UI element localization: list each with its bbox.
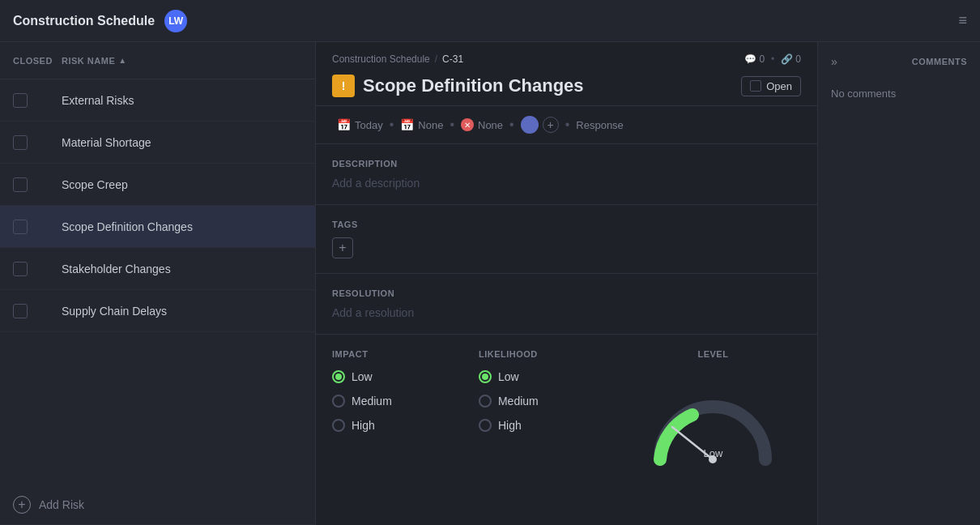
detail-title-row: ! Scope Definition Changes Open <box>332 75 801 97</box>
radio-outer <box>332 395 345 408</box>
radio-inner <box>482 373 488 380</box>
link-count: 0 <box>795 53 801 65</box>
response-meta-item[interactable]: Response <box>571 117 628 133</box>
risk-name-cell: External Risks <box>62 94 302 107</box>
right-panel: Construction Schedule / C-31 💬 0 • 🔗 0 <box>316 42 980 525</box>
likelihood-radio-item[interactable]: Medium <box>479 395 625 408</box>
risk-row[interactable]: Supply Chain Delays <box>0 290 315 332</box>
tags-row: + <box>332 237 801 258</box>
radio-outer <box>332 419 345 432</box>
radio-label: Low <box>498 370 519 383</box>
x-icon: ✕ <box>461 118 474 131</box>
risk-icon-badge: ! <box>332 75 355 97</box>
radio-label: Medium <box>352 395 392 408</box>
checkbox-cell <box>13 177 62 192</box>
risk-checkbox[interactable] <box>13 177 28 192</box>
assignee-avatar <box>521 116 539 134</box>
level-label: LEVEL <box>697 349 728 359</box>
date-label: Today <box>355 119 383 131</box>
comments-header: » COMMENTS <box>831 55 967 68</box>
radio-outer <box>479 370 492 383</box>
risk-checkbox[interactable] <box>13 93 28 108</box>
table-header: CLOSED RISK NAME ▲ <box>0 42 315 79</box>
radio-label: High <box>352 419 375 432</box>
resolution-label: RESOLUTION <box>332 288 801 298</box>
radio-label: Medium <box>498 395 539 408</box>
risk-checkbox[interactable] <box>13 220 28 234</box>
checkbox-cell <box>13 220 62 234</box>
left-panel: CLOSED RISK NAME ▲ External Risks Materi… <box>0 42 316 525</box>
detail-panel: Construction Schedule / C-31 💬 0 • 🔗 0 <box>316 42 818 525</box>
risk-row[interactable]: Scope Definition Changes <box>0 206 315 248</box>
assessment-grid: IMPACT Low Medium High LIKELIHOOD L <box>332 349 801 459</box>
add-risk-button[interactable]: + Add Risk <box>0 484 315 525</box>
date-range-meta-item[interactable]: 📅 None <box>395 117 448 133</box>
radio-outer <box>479 395 492 408</box>
status-badge[interactable]: Open <box>741 76 801 96</box>
risk-row[interactable]: Stakeholder Changes <box>0 248 315 290</box>
risk-name-cell: Scope Definition Changes <box>62 220 302 233</box>
response-label: Response <box>576 119 624 131</box>
app-header: Construction Schedule LW ≡ <box>0 0 980 42</box>
detail-header: Construction Schedule / C-31 💬 0 • 🔗 0 <box>316 42 817 106</box>
likelihood-radio-item[interactable]: Low <box>479 370 625 383</box>
breadcrumb: Construction Schedule / C-31 💬 0 • 🔗 0 <box>332 53 801 65</box>
add-assignee-icon[interactable]: + <box>543 117 559 133</box>
resolution-section: RESOLUTION Add a resolution <box>316 274 817 335</box>
likelihood-col: LIKELIHOOD Low Medium High <box>479 349 625 459</box>
avatar: LW <box>164 10 187 32</box>
status-label: Open <box>766 80 792 92</box>
description-input[interactable]: Add a description <box>332 177 801 190</box>
impact-label: IMPACT <box>332 349 479 359</box>
comment-count-item: 💬 0 <box>744 53 765 65</box>
risk-checkbox[interactable] <box>13 304 28 318</box>
link-icon: 🔗 <box>781 53 793 65</box>
col-closed-header: CLOSED <box>13 56 62 66</box>
resolution-input[interactable]: Add a resolution <box>332 306 801 319</box>
gauge-container: Low <box>648 386 778 459</box>
add-risk-label: Add Risk <box>39 498 84 511</box>
comments-title: COMMENTS <box>912 57 967 66</box>
likelihood-radio-item[interactable]: High <box>479 419 625 432</box>
link-count-item: 🔗 0 <box>781 53 801 65</box>
impact-radio-group: Low Medium High <box>332 370 479 432</box>
risk-name-cell: Supply Chain Delays <box>62 305 302 318</box>
gauge-label: Low <box>704 447 723 459</box>
sort-arrow-icon[interactable]: ▲ <box>118 56 126 65</box>
risk-list: External Risks Material Shortage Scope C… <box>0 79 315 484</box>
likelihood-radio-group: Low Medium High <box>479 370 625 432</box>
checkbox-cell <box>13 304 62 318</box>
likelihood-label: LIKELIHOOD <box>479 349 625 359</box>
main-layout: CLOSED RISK NAME ▲ External Risks Materi… <box>0 42 980 525</box>
comment-count: 0 <box>759 53 765 65</box>
breadcrumb-separator: / <box>435 53 437 65</box>
radio-inner <box>335 373 342 380</box>
meta-row: 📅 Today • 📅 None • ✕ None • + • <box>316 106 817 144</box>
breadcrumb-project[interactable]: Construction Schedule <box>332 53 430 65</box>
menu-button[interactable]: ≡ <box>958 12 967 29</box>
risk-row[interactable]: Material Shortage <box>0 122 315 164</box>
risk-row[interactable]: External Risks <box>0 79 315 122</box>
impact-radio-item[interactable]: Low <box>332 370 479 383</box>
add-tag-button[interactable]: + <box>332 237 353 258</box>
radio-label: Low <box>352 370 373 383</box>
collapse-button[interactable]: » <box>831 55 837 68</box>
impact-radio-item[interactable]: Medium <box>332 395 479 408</box>
description-section: DESCRIPTION Add a description <box>316 144 817 205</box>
tags-label: TAGS <box>332 220 801 229</box>
assignee-meta-item[interactable]: + <box>516 114 564 135</box>
detail-title: Scope Definition Changes <box>363 75 733 96</box>
radio-outer <box>332 370 345 383</box>
none-meta-item[interactable]: ✕ None <box>456 117 508 133</box>
comment-icon: 💬 <box>744 53 756 65</box>
risk-checkbox[interactable] <box>13 262 28 276</box>
comments-panel: » COMMENTS No comments <box>818 42 980 525</box>
risk-name-cell: Material Shortage <box>62 136 302 149</box>
date-meta-item[interactable]: 📅 Today <box>332 117 388 133</box>
impact-radio-item[interactable]: High <box>332 419 479 432</box>
risk-row[interactable]: Scope Creep <box>0 164 315 206</box>
breadcrumb-icons: 💬 0 • 🔗 0 <box>744 53 801 65</box>
col-risk-name-header: RISK NAME ▲ <box>62 56 302 66</box>
description-label: DESCRIPTION <box>332 159 801 169</box>
risk-checkbox[interactable] <box>13 135 28 150</box>
